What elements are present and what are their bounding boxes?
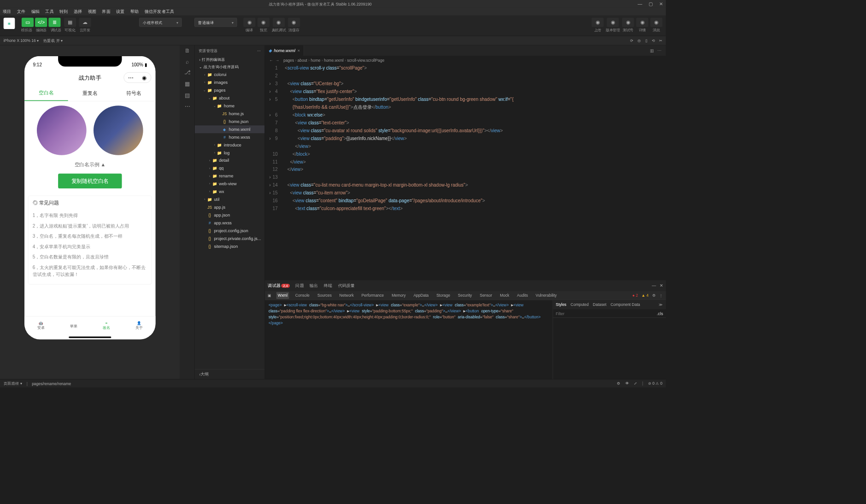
menu-选择[interactable]: 选择: [74, 9, 82, 15]
tree-project.private.config.js...[interactable]: {}project.private.config.js...: [195, 234, 264, 242]
dt-sub-Performance[interactable]: Performance: [360, 292, 386, 299]
editor-more-icon[interactable]: ⋯: [657, 48, 661, 53]
tree-images[interactable]: ›📁images: [195, 79, 264, 87]
refresh-icon[interactable]: ⟳: [630, 38, 633, 43]
tree-project.config.json[interactable]: {}project.config.json: [195, 227, 264, 234]
problems-status[interactable]: ⊘ 0 ⚠ 0: [648, 381, 662, 386]
dt-sub-Security[interactable]: Security: [456, 292, 474, 299]
menu-转到[interactable]: 转到: [59, 9, 68, 15]
simulator-toggle[interactable]: ▭: [22, 18, 34, 27]
dt-tab-问题[interactable]: 问题: [295, 282, 304, 288]
menu-项目[interactable]: 项目: [3, 9, 11, 15]
tb-详情[interactable]: ◉: [636, 18, 648, 27]
tree-colorui[interactable]: ›📁colorui: [195, 71, 264, 79]
editor-tab-home-wxml[interactable]: ◆ home.wxml ×: [265, 45, 304, 56]
tree-app.wxss[interactable]: #app.wxss: [195, 219, 264, 227]
search-nav-icon[interactable]: ⌕: [186, 59, 189, 64]
dt-sub-Console[interactable]: Console: [294, 292, 311, 299]
menu-工具[interactable]: 工具: [45, 9, 53, 15]
scene-icon[interactable]: ⚙: [617, 381, 620, 386]
split-editor-icon[interactable]: ▥: [650, 48, 654, 53]
capsule-menu[interactable]: ⋯◉: [123, 72, 151, 83]
open-editors-section[interactable]: › 打开的编辑器: [195, 56, 264, 64]
bottom-nav-关于[interactable]: 👤关于: [123, 316, 155, 335]
menu-设置[interactable]: 设置: [116, 9, 124, 15]
styles-tab-Dataset[interactable]: Dataset: [593, 303, 606, 307]
tree-home[interactable]: ⌄📁home: [195, 102, 264, 110]
menu-编辑[interactable]: 编辑: [31, 9, 40, 15]
layout-icon[interactable]: ▤: [185, 92, 190, 99]
device-select[interactable]: iPhone X 100% 16 ▾: [4, 38, 39, 43]
crumb[interactable]: about: [298, 58, 307, 62]
mode-select[interactable]: 小程序模式: [139, 18, 181, 27]
tree-home.js[interactable]: JShome.js: [195, 110, 264, 117]
bottom-nav-苹果[interactable]: 苹果: [57, 316, 90, 335]
cut-icon[interactable]: ✂: [659, 38, 662, 43]
more-nav-icon[interactable]: ⋯: [185, 104, 190, 110]
tree-app.json[interactable]: {}app.json: [195, 211, 264, 219]
tree-introduce[interactable]: ›📁introduce: [195, 141, 264, 149]
tb-测试号[interactable]: ◉: [622, 18, 634, 27]
tree-util[interactable]: ›📁util: [195, 195, 264, 203]
tree-detail[interactable]: ›📁detail: [195, 157, 264, 164]
project-root[interactable]: ⌄ 战力查询小程序源码: [195, 64, 264, 71]
gear-icon[interactable]: ⚙: [652, 293, 656, 298]
tb-清缓存[interactable]: ◉: [288, 18, 300, 27]
eye-icon[interactable]: 👁: [625, 381, 629, 386]
tb-版本管理[interactable]: ◉: [607, 18, 619, 27]
dt-tab-终端[interactable]: 终端: [324, 282, 332, 288]
tree-log[interactable]: ›📁log: [195, 149, 264, 157]
crumb[interactable]: scroll-view.scrollPage: [347, 58, 385, 62]
menu-界面[interactable]: 界面: [102, 9, 110, 15]
debugger-toggle[interactable]: ≣: [49, 18, 61, 27]
editor-toggle[interactable]: </>: [35, 18, 47, 27]
dt-tab-调试器[interactable]: 调试器2,4: [268, 282, 290, 288]
cloud-dev-button[interactable]: ☁: [79, 18, 91, 27]
dt-sub-Sensor[interactable]: Sensor: [478, 292, 493, 299]
dt-sub-Storage[interactable]: Storage: [435, 292, 451, 299]
device-icon[interactable]: ▯: [645, 38, 648, 43]
dt-sub-Mock[interactable]: Mock: [498, 292, 510, 299]
dt-sub-AppData[interactable]: AppData: [412, 292, 430, 299]
files-icon[interactable]: 🗎: [185, 47, 190, 53]
close-button[interactable]: ✕: [659, 1, 663, 7]
copy-random-name-button[interactable]: 复制随机空白名: [58, 174, 122, 188]
bottom-nav-改名[interactable]: ≡改名: [90, 316, 123, 335]
crumb[interactable]: home: [310, 58, 320, 62]
dt-tab-输出[interactable]: 输出: [310, 282, 318, 288]
styles-tab-Styles[interactable]: Styles: [556, 303, 567, 307]
dt-sub-Vulnerability[interactable]: Vulnerability: [534, 292, 558, 299]
tb-预览[interactable]: ◉: [257, 18, 269, 27]
tb-上传[interactable]: ◉: [591, 18, 603, 27]
crumb-back[interactable]: ←: [269, 58, 273, 62]
close-tab-icon[interactable]: ×: [298, 48, 300, 53]
tree-about[interactable]: ⌄📁about: [195, 94, 264, 102]
crumb[interactable]: home.wxml: [324, 58, 344, 62]
hot-reload-select[interactable]: 热重载 开 ▾: [43, 38, 63, 43]
dt-sub-Sources[interactable]: Sources: [316, 292, 333, 299]
tree-home.json[interactable]: {}home.json: [195, 117, 264, 125]
tree-web-view[interactable]: ›📁web-view: [195, 180, 264, 188]
tree-qq[interactable]: ›📁qq: [195, 164, 264, 172]
styles-filter-input[interactable]: [556, 311, 657, 316]
ext-icon[interactable]: ▦: [185, 81, 190, 87]
tree-home.wxss[interactable]: #home.wxss: [195, 133, 264, 141]
sim-tab-1[interactable]: 重复名: [68, 86, 112, 101]
inspect-icon[interactable]: ▣: [268, 293, 271, 298]
minimize-button[interactable]: —: [638, 1, 642, 7]
menu-文件[interactable]: 文件: [17, 9, 25, 15]
dom-tree[interactable]: <page> ▶<scroll-view class="bg-white nav…: [265, 300, 552, 379]
cls-toggle[interactable]: .cls: [657, 311, 663, 316]
sim-tab-0[interactable]: 空白名: [24, 86, 68, 101]
tree-rename[interactable]: ›📁rename: [195, 172, 264, 180]
tb-编译[interactable]: ◉: [243, 18, 255, 27]
dt-sub-Memory[interactable]: Memory: [390, 292, 407, 299]
compile-select[interactable]: 普通编译: [194, 18, 237, 27]
page-path-label[interactable]: 页面路径 ▾: [4, 381, 23, 387]
styles-tab-Computed[interactable]: Computed: [571, 303, 589, 307]
tree-wx[interactable]: ›📁wx: [195, 188, 264, 196]
menu-微信开发者工具[interactable]: 微信开发者工具: [145, 9, 175, 15]
maximize-button[interactable]: ▢: [649, 1, 653, 7]
devtools-close-icon[interactable]: ✕: [660, 283, 663, 288]
styles-tab-Component Data[interactable]: Component Data: [610, 303, 640, 307]
